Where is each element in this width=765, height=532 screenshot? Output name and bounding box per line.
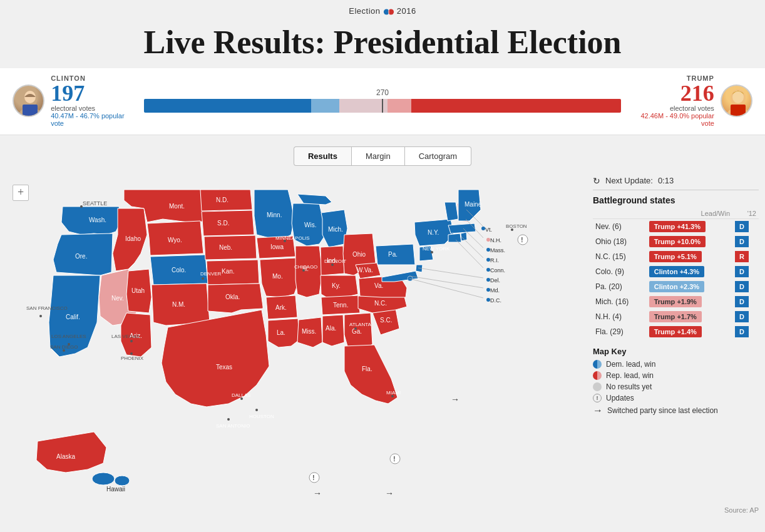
year12-badge: D xyxy=(735,266,749,277)
key-none: No results yet xyxy=(593,382,759,391)
svg-point-57 xyxy=(39,315,42,317)
tab-margin[interactable]: Margin xyxy=(351,146,405,166)
svg-point-63 xyxy=(130,340,133,342)
svg-point-65 xyxy=(130,352,133,355)
key-dem: Dem. lead, win xyxy=(593,360,759,369)
svg-line-108 xyxy=(461,237,483,258)
svg-text:→: → xyxy=(451,394,460,404)
us-map: Wash. Ore. Calif. Nev. Idaho Mont. Wyo. xyxy=(6,172,583,498)
tab-cartogram[interactable]: Cartogram xyxy=(405,146,471,166)
battleground-table: Lead/Win '12 Nev. (6) Trump +41.3% D Ohi… xyxy=(593,208,759,339)
lead-bar: Trump +1.4% xyxy=(649,326,702,337)
col-year-header: '12 xyxy=(732,208,759,219)
lead-bar: Clinton +4.3% xyxy=(649,266,704,277)
undecided-bar xyxy=(339,99,387,113)
svg-text:→: → xyxy=(313,488,322,498)
lead-bar: Trump +1.7% xyxy=(649,311,702,322)
svg-point-113 xyxy=(309,473,319,483)
map-key-title: Map Key xyxy=(593,347,759,356)
year12-badge: D xyxy=(735,236,749,247)
table-row: N.C. (15) Trump +5.1% R xyxy=(593,249,759,264)
svg-text:SEATTLE: SEATTLE xyxy=(83,200,107,207)
svg-text:Vt.: Vt. xyxy=(485,227,492,233)
svg-text:Del.: Del. xyxy=(490,277,500,284)
key-switched: → Switched party since last election xyxy=(593,405,759,416)
state-name: Ohio (18) xyxy=(595,237,627,246)
svg-point-69 xyxy=(284,240,286,242)
key-updates-label: Updates xyxy=(606,394,634,402)
svg-rect-9 xyxy=(731,105,746,117)
svg-point-90 xyxy=(481,227,485,230)
main-content: + Wash. Ore. Calif. Nev. Idaho M xyxy=(0,172,765,504)
none-dot xyxy=(593,382,602,391)
col-state xyxy=(593,208,647,219)
svg-text:Hawaii: Hawaii xyxy=(106,486,125,493)
trump-info: TRUMP 216 electoral votes 42.46M - 49.0%… xyxy=(627,74,752,127)
table-row: Pa. (20) Clinton +2.3% D xyxy=(593,279,759,294)
svg-line-110 xyxy=(418,268,483,278)
rep-win-dot xyxy=(593,371,602,380)
svg-text:→: → xyxy=(385,488,394,498)
clinton-avatar xyxy=(13,84,44,117)
key-rep-label: Rep. lead, win xyxy=(606,371,654,380)
lead-bar: Clinton +2.3% xyxy=(649,281,704,292)
svg-point-52 xyxy=(115,476,130,486)
state-name: Colo. (9) xyxy=(595,267,624,276)
score-bar: CLINTON 197 electoral votes 40.47M - 46.… xyxy=(0,68,765,135)
svg-text:SAN ANTONIO: SAN ANTONIO xyxy=(216,423,250,429)
update-label: Next Update: xyxy=(605,176,653,185)
svg-point-100 xyxy=(486,278,490,282)
right-panel: ↻ Next Update: 0:13 Battleground states … xyxy=(583,172,759,498)
year12-badge: D xyxy=(735,326,749,337)
svg-point-83 xyxy=(431,251,433,253)
lead-bar: Trump +10.0% xyxy=(649,236,706,247)
source-text: Source: AP xyxy=(0,504,765,516)
clinton-lead-bar xyxy=(311,99,340,113)
table-row: Colo. (9) Clinton +4.3% D xyxy=(593,264,759,279)
state-name: N.H. (4) xyxy=(595,312,622,321)
trump-avatar xyxy=(721,84,752,117)
lead-bar: Trump +5.1% xyxy=(649,251,702,262)
key-rep: Rep. lead, win xyxy=(593,371,759,380)
svg-text:Mass.: Mass. xyxy=(490,247,505,253)
svg-text:D.C.: D.C. xyxy=(490,297,501,304)
table-row: Nev. (6) Trump +41.3% D xyxy=(593,218,759,234)
svg-point-87 xyxy=(391,395,394,397)
svg-point-85 xyxy=(511,228,513,231)
switched-arrow: → xyxy=(593,405,603,416)
year12-badge: D xyxy=(735,296,749,307)
svg-point-81 xyxy=(354,327,357,330)
key-dem-label: Dem. lead, win xyxy=(606,360,655,369)
year12-badge: D xyxy=(735,221,749,232)
svg-point-55 xyxy=(80,205,83,208)
svg-line-111 xyxy=(409,276,483,288)
svg-point-77 xyxy=(255,409,258,411)
update-bar: ↻ Next Update: 0:13 xyxy=(593,172,759,190)
svg-line-112 xyxy=(409,279,483,298)
svg-point-61 xyxy=(63,349,65,352)
svg-text:HOUSTON: HOUSTON xyxy=(249,414,274,419)
svg-point-51 xyxy=(92,473,115,485)
svg-point-67 xyxy=(202,277,204,280)
col-lead-header: Lead/Win xyxy=(647,208,732,219)
main-title: Live Results: Presidential Election xyxy=(0,18,765,68)
clinton-win-bar xyxy=(144,99,311,113)
svg-point-117 xyxy=(518,235,528,245)
state-name: Pa. (20) xyxy=(595,282,622,291)
table-row: Fla. (29) Trump +1.4% D xyxy=(593,324,759,339)
lead-bar: Trump +41.3% xyxy=(649,221,706,232)
election-label: Election 2016 xyxy=(349,6,416,16)
trump-lead-bar xyxy=(388,99,411,113)
update-time: 0:13 xyxy=(658,176,674,185)
svg-point-92 xyxy=(486,238,490,242)
year12-badge: D xyxy=(735,311,749,322)
state-name: Mich. (16) xyxy=(595,297,629,306)
tab-results[interactable]: Results xyxy=(294,146,351,166)
battleground-title: Battleground states xyxy=(593,195,759,205)
svg-text:R.I.: R.I. xyxy=(490,257,499,263)
updates-icon: ! xyxy=(593,394,602,402)
dem-win-dot xyxy=(593,360,602,369)
key-none-label: No results yet xyxy=(606,382,652,391)
svg-text:Conn.: Conn. xyxy=(490,267,505,274)
table-row: Ohio (18) Trump +10.0% D xyxy=(593,234,759,249)
